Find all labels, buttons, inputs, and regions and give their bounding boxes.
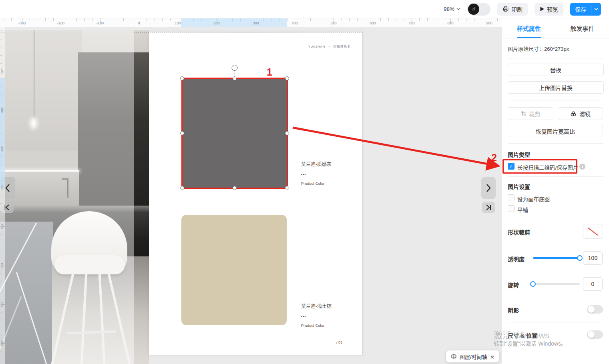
ruler-label: 200 bbox=[0, 107, 4, 112]
selection-handle[interactable] bbox=[180, 131, 184, 135]
ruler-label: 200 bbox=[213, 21, 219, 25]
opacity-slider[interactable] bbox=[533, 257, 580, 259]
crop-button[interactable]: 裁剪 bbox=[508, 107, 553, 120]
shape-crop-none-button[interactable] bbox=[583, 224, 603, 239]
ruler-label: 800 bbox=[0, 340, 4, 346]
design-canvas[interactable]: YUNZHAN • 缤绘博色卡 莫兰迪-质感灰 ••• Product Colo… bbox=[0, 27, 502, 364]
layers-timeline-button[interactable]: 图层/时间轴 bbox=[446, 350, 499, 362]
rotation-input[interactable] bbox=[583, 277, 603, 291]
selection-handle[interactable] bbox=[233, 186, 237, 190]
canvas-background-checkbox[interactable] bbox=[508, 194, 515, 201]
play-icon bbox=[540, 6, 545, 12]
save-dropdown-button[interactable] bbox=[591, 3, 601, 16]
zoom-level-value: 98% bbox=[444, 6, 454, 12]
print-button[interactable]: 印刷 bbox=[497, 3, 528, 16]
vertical-ruler[interactable]: 100 200 300 400 500 600 700 800 bbox=[0, 27, 5, 364]
ruler-label: 700 bbox=[408, 21, 414, 25]
selection-handle[interactable] bbox=[285, 76, 289, 80]
properties-panel: 样式属性 触发事件 图片原始尺寸：260*273px 替换 上传图片替换 裁剪 … bbox=[502, 18, 609, 364]
rotation-slider[interactable] bbox=[533, 283, 580, 285]
swatch-dots: ••• bbox=[301, 314, 332, 318]
rotation-handle[interactable] bbox=[232, 65, 238, 71]
divider bbox=[502, 38, 609, 38]
divider bbox=[508, 58, 603, 58]
preview-button[interactable]: 预览 bbox=[535, 3, 563, 16]
tab-style-properties[interactable]: 样式属性 bbox=[502, 18, 556, 38]
size-position-toggle[interactable] bbox=[587, 330, 603, 339]
editor-app: 98% ☝ 印刷 预览 保存 -300 -200 -100 0 100 200 bbox=[0, 0, 609, 364]
filter-button-label: 滤镜 bbox=[579, 110, 591, 118]
crop-button-label: 裁剪 bbox=[529, 110, 541, 118]
opacity-slider-knob[interactable] bbox=[577, 255, 583, 261]
selection-handle[interactable] bbox=[285, 131, 289, 135]
zoom-level-dropdown[interactable]: 98% bbox=[444, 6, 460, 12]
rotation-slider-knob[interactable] bbox=[530, 281, 536, 287]
last-page-button[interactable] bbox=[482, 202, 495, 213]
canvas-background-label: 设为画布底图 bbox=[517, 195, 550, 203]
swatch-caption: Product Color bbox=[301, 323, 332, 328]
shadow-toggle[interactable] bbox=[587, 305, 603, 314]
panel-tabs: 样式属性 触发事件 bbox=[502, 18, 609, 38]
ruler-label: 300 bbox=[0, 146, 4, 151]
selection-handle[interactable] bbox=[285, 186, 289, 190]
layers-timeline-icon bbox=[451, 353, 457, 360]
info-icon[interactable]: i bbox=[579, 164, 585, 170]
save-button-label[interactable]: 保存 bbox=[570, 3, 591, 16]
image-settings-title: 图片设置 bbox=[508, 182, 530, 190]
annotation-step-2: 2 bbox=[491, 152, 497, 164]
swatch-name: 莫兰迪-质感灰 bbox=[301, 160, 332, 167]
no-shape-icon bbox=[587, 227, 599, 236]
ruler-label: 700 bbox=[0, 302, 4, 307]
printer-icon bbox=[502, 6, 509, 12]
selection-handle[interactable] bbox=[233, 76, 237, 80]
upload-replace-button[interactable]: 上传图片替换 bbox=[508, 81, 604, 94]
selection-handle[interactable] bbox=[180, 76, 184, 80]
skip-to-end-icon bbox=[485, 204, 492, 210]
brand-separator: • bbox=[328, 45, 330, 48]
touch-mode-toggle[interactable]: ☝ bbox=[467, 3, 490, 16]
ruler-label: 500 bbox=[330, 21, 336, 25]
opacity-input[interactable] bbox=[583, 251, 603, 265]
ruler-label: -200 bbox=[57, 21, 64, 25]
ruler-label: 600 bbox=[0, 263, 4, 268]
image-original-size-text: 图片原始尺寸：260*273px bbox=[508, 45, 569, 52]
kitchen-photo-image[interactable] bbox=[0, 30, 149, 364]
divider bbox=[508, 322, 603, 322]
next-page-button[interactable] bbox=[481, 177, 496, 199]
crop-icon bbox=[521, 111, 527, 116]
opacity-label: 透明度 bbox=[508, 255, 525, 263]
brand-name: YUNZHAN bbox=[308, 45, 325, 48]
size-position-label: 尺寸 & 位置 bbox=[508, 331, 537, 339]
restore-aspect-ratio-button[interactable]: 恢复图片宽高比 bbox=[508, 125, 603, 137]
ruler-label: 100 bbox=[0, 68, 4, 73]
tile-label: 平铺 bbox=[517, 206, 528, 214]
ruler-label: 100 bbox=[175, 21, 181, 25]
ruler-label: 900 bbox=[486, 21, 492, 25]
selected-color-swatch-image[interactable] bbox=[182, 78, 287, 188]
tab-trigger-events[interactable]: 触发事件 bbox=[556, 18, 609, 38]
swatch-caption: Product Color bbox=[301, 181, 332, 186]
selection-handle[interactable] bbox=[180, 186, 184, 190]
qr-scan-checkbox[interactable]: ✓ bbox=[508, 163, 515, 170]
ruler-label: 400 bbox=[0, 185, 4, 190]
horizontal-ruler[interactable]: -300 -200 -100 0 100 200 300 400 500 600… bbox=[0, 18, 502, 27]
outside-bleed-fade bbox=[0, 30, 134, 364]
color-swatch-image[interactable] bbox=[181, 215, 287, 325]
selection-red-border bbox=[181, 78, 288, 189]
chevron-down-icon bbox=[456, 8, 460, 10]
filter-button[interactable]: 滤镜 bbox=[558, 107, 603, 120]
replace-button[interactable]: 替换 bbox=[508, 64, 604, 76]
page-header-text: YUNZHAN • 缤绘博色卡 bbox=[224, 44, 362, 48]
divider bbox=[508, 176, 603, 177]
tile-checkbox[interactable] bbox=[508, 205, 515, 212]
ruler-label: 300 bbox=[253, 21, 259, 25]
rotation-stem bbox=[235, 70, 235, 77]
qr-scan-checkbox-label: 长按扫描二维码/保存图片 bbox=[517, 163, 578, 171]
annotation-step-1: 1 bbox=[267, 66, 272, 78]
collapse-up-icon bbox=[490, 354, 494, 359]
ruler-selection-highlight bbox=[181, 18, 287, 27]
swatch-label-block: 莫兰迪-浅土棕 ••• Product Color bbox=[301, 302, 332, 328]
save-button[interactable]: 保存 bbox=[570, 3, 601, 16]
ruler-label: 500 bbox=[0, 224, 4, 229]
divider bbox=[508, 100, 603, 100]
